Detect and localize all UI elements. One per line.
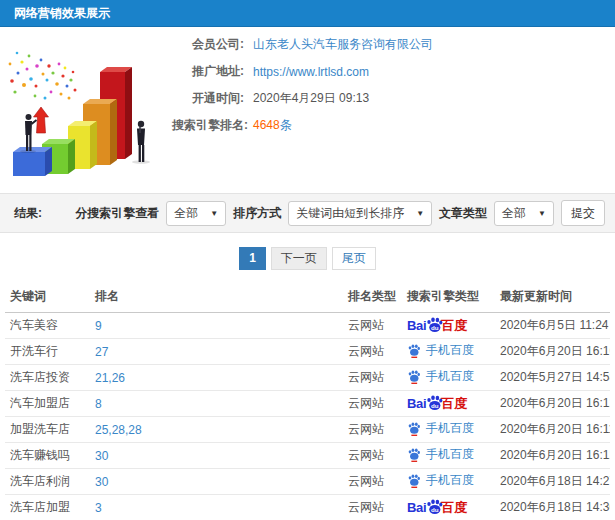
mobile-baidu-icon — [407, 370, 421, 384]
updated-time-cell: 2020年6月18日 14:30 — [500, 495, 610, 520]
engine-type-cell: Bai du 百度 — [407, 443, 500, 469]
rank-link[interactable]: 9 — [95, 319, 102, 333]
company-link[interactable]: 山东老人头汽车服务咨询有限公司 — [253, 36, 433, 53]
rank-type-cell: 云网站 — [348, 339, 407, 365]
engine-type-cell: Bai du 百度 — [407, 495, 500, 520]
info-row-url: 推广地址: https://www.lrtlsd.com — [172, 58, 433, 85]
businessman-right — [132, 121, 150, 164]
article-type-value: 全部 — [502, 205, 526, 222]
sort-value: 关键词由短到长排序 — [296, 205, 404, 222]
engine-type-cell: Bai du 百度 — [407, 417, 500, 443]
window-titlebar: 网络营销效果展示 — [0, 0, 615, 27]
header-rank-type: 排名类型 — [348, 283, 407, 313]
mobile-baidu-label: 手机百度 — [407, 420, 474, 437]
header-engine-type: 搜索引擎类型 — [407, 283, 500, 313]
keyword-cell: 加盟洗车店 — [5, 417, 95, 443]
keyword-cell: 汽车加盟店 — [5, 391, 95, 417]
rank-link[interactable]: 27 — [95, 345, 108, 359]
table-row: 洗车店加盟 3 云网站 Bai du 百度 — [5, 495, 610, 520]
keyword-cell: 开洗车行 — [5, 339, 95, 365]
chevron-down-icon: ▼ — [538, 209, 546, 218]
rank-type-cell: 云网站 — [348, 391, 407, 417]
updated-time-cell: 2020年6月20日 16:12 — [500, 391, 610, 417]
last-page-button[interactable]: 尾页 — [332, 247, 376, 270]
member-info: 会员公司: 山东老人头汽车服务咨询有限公司 推广地址: https://www.… — [172, 31, 433, 139]
next-page-button[interactable]: 下一页 — [271, 247, 327, 270]
promotion-url-link[interactable]: https://www.lrtlsd.com — [253, 65, 369, 79]
rank-type-cell: 云网站 — [348, 495, 407, 520]
engine-type-cell: Bai du 百度 — [407, 313, 500, 339]
growth-chart-illustration — [0, 29, 180, 191]
rank-link[interactable]: 30 — [95, 475, 108, 489]
header-updated: 最新更新时间 — [500, 283, 610, 313]
mobile-baidu-label: 手机百度 — [407, 446, 474, 463]
rank-link[interactable]: 30 — [95, 449, 108, 463]
rank-type-cell: 云网站 — [348, 313, 407, 339]
engine-rank-label: 搜索引擎排名: — [172, 117, 244, 134]
rank-link[interactable]: 8 — [95, 397, 102, 411]
page-title: 网络营销效果展示 — [14, 6, 110, 20]
mobile-baidu-icon — [407, 448, 421, 462]
table-row: 洗车赚钱吗 30 云网站 Bai du 百度 — [5, 443, 610, 469]
opened-time-value: 2020年4月29日 09:13 — [253, 90, 369, 107]
chevron-down-icon: ▼ — [416, 209, 424, 218]
baidu-logo: Bai du 百度 — [407, 499, 467, 517]
engine-type-cell: Bai du 百度 — [407, 391, 500, 417]
results-table-body: 汽车美容 9 云网站 Bai du 百度 — [5, 313, 610, 520]
mobile-baidu-label: 手机百度 — [407, 342, 474, 359]
mobile-baidu-icon — [407, 422, 421, 436]
engine-filter-select[interactable]: 全部 ▼ — [166, 201, 226, 226]
svg-text:du: du — [431, 401, 439, 408]
mobile-baidu-icon — [407, 344, 421, 358]
updated-time-cell: 2020年6月20日 16:16 — [500, 339, 610, 365]
table-row: 开洗车行 27 云网站 Bai du 百度 — [5, 339, 610, 365]
table-row: 汽车加盟店 8 云网站 Bai du 百度 — [5, 391, 610, 417]
rank-type-cell: 云网站 — [348, 365, 407, 391]
updated-time-cell: 2020年5月27日 14:58 — [500, 365, 610, 391]
chevron-down-icon: ▼ — [210, 209, 218, 218]
engine-filter-label: 分搜索引擎查看 — [75, 205, 159, 222]
keyword-cell: 洗车店投资 — [5, 365, 95, 391]
header-rank: 排名 — [95, 283, 348, 313]
rank-link[interactable]: 3 — [95, 501, 102, 515]
article-type-select[interactable]: 全部 ▼ — [494, 201, 554, 226]
rank-count-unit: 条 — [280, 118, 292, 132]
opened-time-label: 开通时间: — [172, 90, 244, 107]
engine-rank-value: 4648条 — [253, 117, 292, 134]
rank-type-cell: 云网站 — [348, 417, 407, 443]
submit-button[interactable]: 提交 — [561, 200, 605, 226]
promotion-url-label: 推广地址: — [172, 63, 244, 80]
table-row: 加盟洗车店 25,28,28 云网站 Bai du 百度 — [5, 417, 610, 443]
sort-label: 排序方式 — [233, 205, 281, 222]
baidu-logo: Bai du 百度 — [407, 395, 467, 413]
keyword-cell: 洗车店加盟 — [5, 495, 95, 520]
keyword-cell: 洗车店利润 — [5, 469, 95, 495]
updated-time-cell: 2020年6月20日 16:12 — [500, 443, 610, 469]
article-type-label: 文章类型 — [439, 205, 487, 222]
info-row-rank-count: 搜索引擎排名: 4648条 — [172, 112, 433, 139]
rank-link[interactable]: 21,26 — [95, 371, 125, 385]
table-row: 洗车店投资 21,26 云网站 Bai du 百度 — [5, 365, 610, 391]
svg-text:du: du — [431, 505, 439, 512]
summary-section: 会员公司: 山东老人头汽车服务咨询有限公司 推广地址: https://www.… — [0, 27, 615, 193]
mobile-baidu-label: 手机百度 — [407, 472, 474, 489]
filter-bar: 结果: 分搜索引擎查看 全部 ▼ 排序方式 关键词由短到长排序 ▼ 文章类型 全… — [0, 193, 615, 233]
keyword-cell: 汽车美容 — [5, 313, 95, 339]
rank-link[interactable]: 25,28,28 — [95, 423, 142, 437]
table-row: 汽车美容 9 云网站 Bai du 百度 — [5, 313, 610, 339]
table-header-row: 关键词 排名 排名类型 搜索引擎类型 最新更新时间 — [5, 283, 610, 313]
rank-type-cell: 云网站 — [348, 469, 407, 495]
updated-time-cell: 2020年6月18日 14:27 — [500, 469, 610, 495]
engine-type-cell: Bai du 百度 — [407, 339, 500, 365]
table-row: 洗车店利润 30 云网站 Bai du 百度 — [5, 469, 610, 495]
page-button-current[interactable]: 1 — [239, 247, 266, 270]
baidu-logo: Bai du 百度 — [407, 317, 467, 335]
rank-type-cell: 云网站 — [348, 443, 407, 469]
engine-filter-value: 全部 — [174, 205, 198, 222]
info-row-company: 会员公司: 山东老人头汽车服务咨询有限公司 — [172, 31, 433, 58]
keyword-cell: 洗车赚钱吗 — [5, 443, 95, 469]
updated-time-cell: 2020年6月20日 16:11 — [500, 417, 610, 443]
engine-type-cell: Bai du 百度 — [407, 469, 500, 495]
sort-select[interactable]: 关键词由短到长排序 ▼ — [288, 201, 432, 226]
confetti-dots — [9, 52, 77, 100]
